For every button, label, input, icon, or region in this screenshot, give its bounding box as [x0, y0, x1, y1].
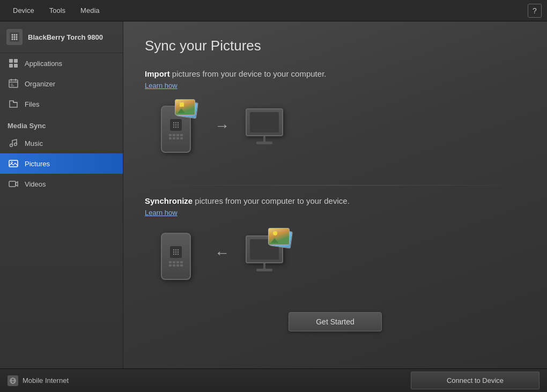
get-started-container: Get Started	[145, 312, 526, 331]
svg-rect-12	[9, 64, 13, 68]
organizer-label: Organizer	[25, 80, 55, 88]
phone-with-photos-import	[156, 99, 198, 153]
sync-bold: Synchronize	[145, 196, 193, 205]
svg-point-8	[14, 39, 16, 40]
mobile-internet-label: Mobile Internet	[23, 376, 69, 384]
svg-point-27	[178, 122, 179, 123]
pictures-icon	[8, 158, 19, 169]
phone-bb-logo	[170, 119, 182, 131]
svg-point-2	[14, 34, 16, 36]
svg-point-28	[173, 124, 174, 125]
svg-point-37	[173, 252, 174, 253]
sidebar-item-applications[interactable]: Applications	[0, 53, 123, 73]
import-description: Import pictures from your device to your…	[145, 69, 526, 78]
files-label: Files	[25, 100, 39, 108]
media-sync-heading: Media Sync	[0, 114, 123, 133]
import-bold: Import	[145, 69, 170, 78]
import-learn-how[interactable]: Learn how	[145, 82, 178, 90]
sidebar-item-files[interactable]: Files	[0, 94, 123, 114]
monitor-screen-import	[250, 112, 279, 132]
sync-section: Synchronize pictures from your computer …	[145, 196, 526, 296]
menu-media[interactable]: Media	[73, 3, 107, 18]
monitor-stand-import	[263, 136, 265, 142]
files-icon	[8, 98, 19, 110]
computer-with-photos-sync	[246, 235, 283, 271]
svg-point-7	[12, 39, 13, 40]
import-diagram: →	[145, 99, 526, 153]
svg-point-36	[178, 249, 179, 250]
sidebar-item-pictures[interactable]: Pictures	[0, 153, 123, 174]
svg-point-34	[173, 249, 174, 250]
svg-point-21	[14, 143, 17, 146]
monitor-import	[246, 108, 283, 136]
svg-point-30	[178, 124, 179, 125]
pictures-label: Pictures	[25, 160, 50, 168]
videos-icon	[8, 178, 19, 190]
sync-description: Synchronize pictures from your computer …	[145, 196, 526, 205]
page-title: Sync your Pictures	[145, 38, 526, 54]
sync-diagram: ←	[145, 226, 526, 280]
connect-to-device-button[interactable]: Connect to Device	[411, 372, 539, 389]
svg-point-39	[178, 252, 179, 253]
svg-rect-11	[14, 59, 18, 63]
svg-rect-13	[14, 64, 18, 68]
phone-keypad	[169, 134, 183, 139]
svg-point-25	[173, 122, 174, 123]
svg-point-3	[16, 34, 18, 36]
mobile-internet-section: Mobile Internet	[8, 375, 69, 386]
monitor-base-sync	[256, 269, 272, 271]
svg-rect-10	[9, 59, 13, 63]
device-name: BlackBerry Torch 9800	[28, 33, 103, 41]
sync-rest: pictures from your computer to your devi…	[193, 196, 350, 205]
section-divider	[145, 185, 526, 186]
svg-point-41	[175, 254, 176, 255]
applications-label: Applications	[25, 60, 62, 68]
videos-label: Videos	[25, 180, 46, 188]
phone-bb-logo-sync	[170, 246, 182, 258]
svg-point-5	[14, 36, 16, 38]
sidebar-item-organizer[interactable]: Organizer	[0, 73, 123, 94]
photo-stack-sync	[268, 228, 293, 247]
photo-card-front	[175, 99, 195, 115]
arrow-right-import: →	[215, 117, 230, 135]
svg-point-26	[175, 122, 176, 123]
main-layout: BlackBerry Torch 9800 Applications	[0, 21, 547, 368]
svg-point-9	[16, 39, 18, 40]
menu-bar: Device Tools Media ?	[0, 0, 547, 21]
content-area: Sync your Pictures Import pictures from …	[123, 21, 547, 368]
svg-point-20	[10, 144, 13, 147]
svg-rect-24	[9, 181, 16, 187]
music-label: Music	[25, 139, 43, 147]
apps-icon	[8, 57, 19, 69]
sidebar-item-music[interactable]: Music	[0, 133, 123, 153]
photo-stack-import	[175, 99, 198, 119]
organizer-icon	[8, 78, 19, 90]
sidebar-item-videos[interactable]: Videos	[0, 174, 123, 194]
svg-point-32	[175, 127, 176, 128]
svg-rect-14	[9, 80, 18, 87]
svg-point-35	[175, 249, 176, 250]
svg-point-29	[175, 124, 176, 125]
arrow-left-sync: ←	[215, 245, 230, 262]
mobile-internet-icon	[8, 375, 18, 386]
phone-keypad-sync	[169, 261, 183, 267]
svg-rect-22	[9, 160, 18, 167]
svg-point-33	[178, 127, 179, 128]
sidebar: BlackBerry Torch 9800 Applications	[0, 21, 123, 368]
computer-import	[246, 108, 283, 144]
blackberry-logo	[6, 29, 23, 45]
svg-point-23	[11, 162, 13, 164]
get-started-button[interactable]: Get Started	[289, 312, 382, 331]
import-section: Import pictures from your device to your…	[145, 69, 526, 169]
monitor-stand-sync	[263, 263, 265, 269]
sync-learn-how[interactable]: Learn how	[145, 209, 178, 217]
import-rest: pictures from your device to your comput…	[170, 69, 327, 78]
monitor-base-import	[256, 142, 272, 144]
menu-tools[interactable]: Tools	[42, 3, 73, 18]
svg-point-6	[16, 36, 18, 38]
help-button[interactable]: ?	[528, 4, 542, 18]
device-header: BlackBerry Torch 9800	[0, 21, 123, 53]
svg-point-40	[173, 254, 174, 255]
svg-point-1	[12, 34, 13, 36]
menu-device[interactable]: Device	[5, 3, 42, 18]
